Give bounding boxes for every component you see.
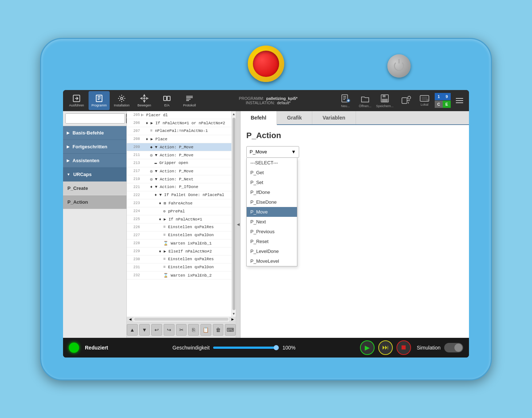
code-line[interactable]: 207= nPlacePal:=nPalActNo-1 xyxy=(127,127,231,135)
code-line[interactable]: 208♦ ▶ Place xyxy=(127,135,231,143)
code-line[interactable]: 231= Einstellen qxPalDon xyxy=(127,263,231,271)
scroll-up-arrow[interactable]: ▲ xyxy=(232,111,235,117)
paste-button[interactable]: 📋 xyxy=(200,324,211,336)
toolbar-protokoll[interactable]: Protokoll xyxy=(179,91,200,110)
line-content: ◆ ▼ Action: P_Move xyxy=(141,145,193,149)
code-line[interactable]: 232⌛ Warten ixPalEnb_2 xyxy=(127,271,231,280)
keyboard-button[interactable]: ⌨ xyxy=(225,324,236,336)
dropdown-item[interactable]: P_Get xyxy=(247,168,297,177)
code-line[interactable]: 229♦ ▶ ElseIf nPalActNo≠2 xyxy=(127,247,231,255)
line-number: 224 xyxy=(128,209,140,213)
code-line[interactable]: 206♦ ▶ If nPalActNo≠1 or nPalActNo≠2 xyxy=(127,119,231,127)
toolbar-installation[interactable]: Installation xyxy=(111,91,132,110)
sidebar-section-assist[interactable]: ▶ Assistenten xyxy=(63,154,126,168)
horizontal-scrollbar[interactable]: ◀ ▶ xyxy=(127,317,236,322)
power-button[interactable] xyxy=(387,54,411,78)
step-button[interactable]: ⏭ xyxy=(378,340,393,355)
code-line[interactable]: 224⊙ pPrePal xyxy=(127,207,231,215)
sidebar-section-fort[interactable]: ▶ Fortgeschritten xyxy=(63,140,126,154)
tab-variablen[interactable]: Variablen xyxy=(312,111,356,124)
line-number: 217 xyxy=(128,169,140,173)
redo-button[interactable]: ↪ xyxy=(164,324,175,336)
scroll-left-arrow[interactable]: ◀ xyxy=(127,317,133,322)
speed-slider[interactable] xyxy=(213,347,279,349)
robot-icon-btn[interactable] xyxy=(398,93,414,109)
copy-button[interactable]: ⎘ xyxy=(188,324,199,336)
badge-box: 1 9 C E xyxy=(435,93,451,108)
toolbar-programm[interactable]: Programm xyxy=(89,91,110,110)
move-down-button[interactable]: ▼ xyxy=(139,324,150,336)
code-line[interactable]: 230= Einstellen qxPalRes xyxy=(127,255,231,263)
code-line[interactable]: 228⌛ Warten ixPalEnb_1 xyxy=(127,239,231,247)
screen: Ausführen Programm Installation xyxy=(63,90,469,358)
code-line[interactable]: 209◆ ▼ Action: P_Move xyxy=(127,143,231,151)
code-line[interactable]: 227= Einstellen qxPalDon xyxy=(127,231,231,239)
hamburger-menu[interactable] xyxy=(453,95,466,106)
play-button[interactable]: ▶ xyxy=(360,340,375,355)
dropdown-item[interactable]: P_IfDone xyxy=(247,187,297,197)
line-number: 223 xyxy=(128,201,140,205)
dropdown-item[interactable]: P_Next xyxy=(247,217,297,227)
scroll-right-arrow[interactable]: ▶ xyxy=(229,317,236,322)
move-up-button[interactable]: ▲ xyxy=(127,324,138,336)
toolbar-save-btn[interactable]: Speichern... xyxy=(376,93,394,108)
arrow-icon: ▶ xyxy=(67,131,70,135)
vertical-scrollbar[interactable]: ▲ ▼ xyxy=(231,111,236,317)
line-content: = Einstellen qxPalRes xyxy=(141,225,214,229)
toolbar-ausfuhren[interactable]: Ausführen xyxy=(66,91,87,110)
code-line[interactable]: 222♦ ▼ If Pallet Done: nPlacePal xyxy=(127,191,231,199)
dropdown-item[interactable]: P_Set xyxy=(247,177,297,187)
dropdown-item[interactable]: P_Previous xyxy=(247,227,297,237)
estop-button[interactable] xyxy=(248,46,284,82)
dropdown-item[interactable]: ---SELECT--- xyxy=(247,158,297,168)
toolbar-ea[interactable]: E/A xyxy=(156,91,177,110)
svg-rect-10 xyxy=(382,99,388,102)
local-btn[interactable]: Lokal xyxy=(416,93,433,109)
line-number: 229 xyxy=(128,249,140,253)
code-line[interactable]: 221♦ ▼ Action: P_IfDone xyxy=(127,183,231,191)
undo-button[interactable]: ↩ xyxy=(151,324,162,336)
code-line[interactable]: 226= Einstellen qxPalRes xyxy=(127,223,231,231)
dropdown-trigger[interactable]: P_Move ▼ xyxy=(246,146,299,158)
cut-button[interactable]: ✂ xyxy=(176,324,187,336)
code-line[interactable]: 205⊢ Placer dl xyxy=(127,111,231,119)
line-number: 211 xyxy=(128,153,140,157)
toolbar-new-btn[interactable]: Neu... xyxy=(336,93,355,108)
code-line[interactable]: 223♦ ⊞ FahreAchse xyxy=(127,199,231,207)
search-input[interactable] xyxy=(65,113,125,124)
sidebar-section-urcaps[interactable]: ▼ URCaps xyxy=(63,168,126,181)
code-line[interactable]: 217◎ ▼ Action: P_Move xyxy=(127,167,231,175)
sim-toggle[interactable] xyxy=(444,343,463,352)
code-line[interactable]: 213▬ Gripper open xyxy=(127,159,231,167)
code-line[interactable]: 211◎ ▼ Action: P_Move xyxy=(127,151,231,159)
collapse-handle[interactable]: ◀ xyxy=(236,111,240,338)
toolbar-open-btn[interactable]: Öffnen... xyxy=(356,93,374,108)
program-info: PROGRAMM: palletizing_kpi5* INSTALLATION… xyxy=(239,96,297,105)
tab-befehl[interactable]: Befehl xyxy=(240,111,277,125)
line-content: ♦ ⊞ FahreAchse xyxy=(141,201,192,206)
delete-button[interactable]: 🗑 xyxy=(213,324,224,336)
dropdown-item[interactable]: P_MoveLevel xyxy=(247,256,297,266)
svg-point-12 xyxy=(408,96,411,99)
arrow-icon: ▶ xyxy=(67,145,70,149)
line-content: ♦ ▼ Action: P_IfDone xyxy=(141,185,198,189)
code-line[interactable]: 219◎ ▼ Action: P_Next xyxy=(127,175,231,183)
code-line[interactable]: 225♦ ▶ If nPalActNo≠1 xyxy=(127,215,231,223)
line-number: 232 xyxy=(128,273,140,277)
dropdown-item[interactable]: P_LevelDone xyxy=(247,246,297,256)
toolbar-bewegen[interactable]: Bewegen xyxy=(134,91,155,110)
scroll-down-arrow[interactable]: ▼ xyxy=(232,311,235,317)
dropdown-item[interactable]: P_Reset xyxy=(247,237,297,246)
line-content: ◎ ▼ Action: P_Next xyxy=(141,177,193,181)
code-tree[interactable]: 205⊢ Placer dl206♦ ▶ If nPalActNo≠1 or n… xyxy=(127,111,231,317)
line-number: 206 xyxy=(128,121,140,125)
sidebar-section-basis[interactable]: ▶ Basis-Befehle xyxy=(63,126,126,140)
scroll-thumb[interactable] xyxy=(232,118,235,310)
sidebar-item-p-action[interactable]: P_Action xyxy=(63,195,126,209)
sidebar-item-p-create[interactable]: P_Create xyxy=(63,181,126,195)
stop-button[interactable]: ⏹ xyxy=(396,340,411,355)
line-content: ♦ ▶ Place xyxy=(141,137,167,141)
tab-grafik[interactable]: Grafik xyxy=(277,111,312,124)
dropdown-item[interactable]: P_Move xyxy=(247,207,297,217)
dropdown-item[interactable]: P_ElseDone xyxy=(247,197,297,207)
